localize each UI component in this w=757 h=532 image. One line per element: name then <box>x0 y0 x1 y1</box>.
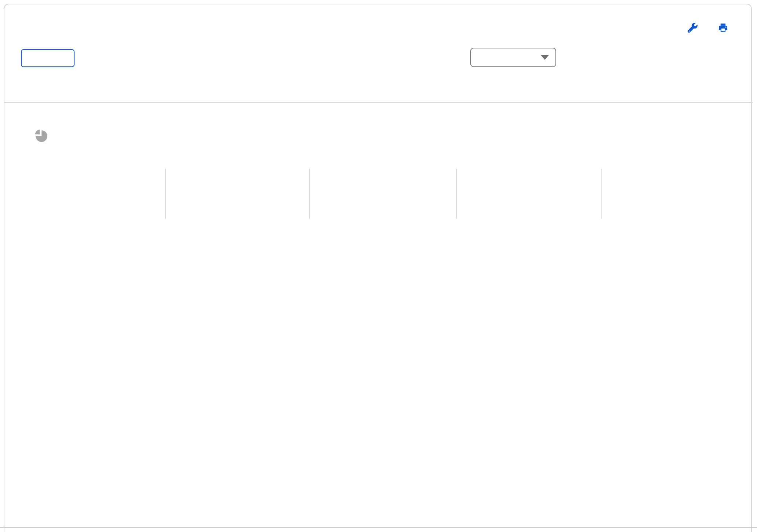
stat-likely-automated[interactable] <box>325 175 337 192</box>
stat-likely-human[interactable] <box>470 175 483 192</box>
automated-legend-dot <box>180 177 188 185</box>
likely-human-legend-dot <box>470 177 478 185</box>
configure-super-bot-fight-mode-link[interactable] <box>688 23 702 33</box>
printer-icon <box>718 23 728 33</box>
stat-automated[interactable] <box>180 175 192 192</box>
header-divider <box>4 102 753 103</box>
time-range-select[interactable] <box>470 48 556 67</box>
add-filter-button[interactable] <box>21 49 75 67</box>
stat-divider <box>456 169 457 219</box>
section-bottom-divider <box>0 527 757 528</box>
stat-divider <box>601 169 602 219</box>
likely-automated-legend-dot <box>325 177 333 185</box>
header-actions <box>688 23 732 33</box>
stat-divider <box>309 169 310 219</box>
wrench-icon <box>688 23 698 33</box>
chart-section-heading <box>28 129 47 145</box>
stacked-bar-chart[interactable] <box>63 239 716 486</box>
stat-divider <box>165 169 166 219</box>
stat-verified-bot[interactable] <box>617 175 630 192</box>
print-report-link[interactable] <box>718 23 732 33</box>
pie-chart-icon <box>33 129 47 145</box>
verified-bot-legend-dot <box>617 177 625 185</box>
chevron-down-icon <box>541 55 549 60</box>
bot-analytics-page <box>0 0 757 532</box>
